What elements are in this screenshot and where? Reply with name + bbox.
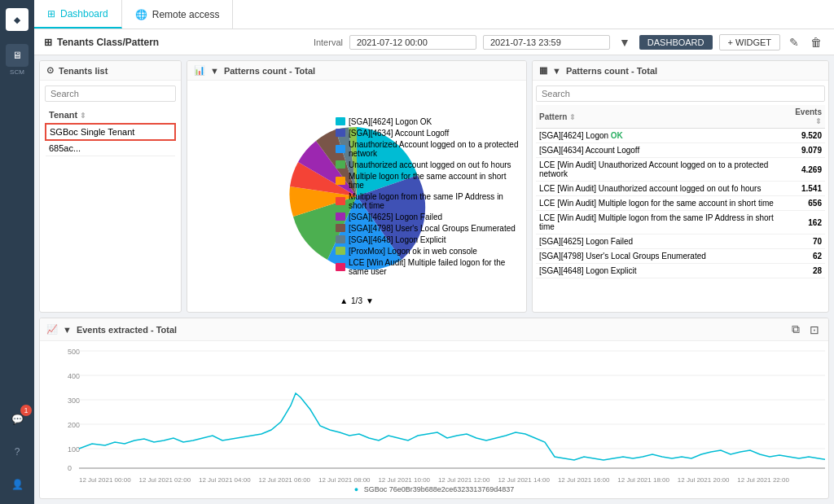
remote-access-tab-icon: 🌐	[135, 9, 147, 20]
tenant-name: 685ac...	[46, 140, 175, 156]
tenants-panel-title: Tenants list	[59, 66, 108, 76]
pie-panel-title: Patterns count - Total	[224, 66, 315, 76]
tenants-panel-header: ⊙ Tenants list	[40, 61, 181, 81]
svg-text:300: 300	[68, 397, 80, 405]
table-row[interactable]: LCE [Win Audit] Unauthorized account log…	[536, 182, 825, 196]
table-row[interactable]: [SGA][4648] Logon Explicit28	[536, 264, 825, 278]
edit-button[interactable]: ✎	[787, 36, 801, 49]
legend-color	[336, 145, 345, 153]
interval-from[interactable]	[349, 35, 476, 50]
chart-icon: 📈	[46, 324, 58, 335]
pattern-col-header: Pattern ⇕	[536, 105, 784, 129]
legend-label: Multiple logon for the same account in s…	[349, 172, 523, 190]
filter-icon-btn[interactable]: ▼	[617, 36, 633, 49]
chart-legend: ● SGBoc 76e0Br39b688e2ce6323313769d4837	[43, 485, 825, 493]
table-row[interactable]: SGBoc Single Tenant	[46, 124, 175, 140]
tenants-search[interactable]	[45, 85, 176, 102]
events-cell: 9.520	[784, 129, 825, 143]
notification-count: 1	[20, 405, 32, 416]
tab-dashboard[interactable]: ⊞ Dashboard	[34, 0, 122, 28]
notification-badge[interactable]: 💬 1	[6, 408, 29, 431]
expand-icon[interactable]: ⊡	[807, 322, 822, 336]
tab-remote-access[interactable]: 🌐 Remote access	[122, 0, 234, 28]
events-cell: 62	[784, 249, 825, 264]
legend-label: [SGA][4798] User's Local Groups Enumerat…	[349, 224, 516, 233]
patterns-panel-content: Pattern ⇕ Events ⇕ [SGA][4624] Logon OK9	[533, 81, 828, 312]
table-row[interactable]: 685ac...	[46, 140, 175, 156]
pattern-cell: LCE [Win Audit] Multiple logon from the …	[536, 211, 784, 234]
filter-icon3: ▼	[63, 325, 72, 335]
pie-chart-panel: 📊 ▼ Patterns count - Total	[187, 60, 527, 313]
svg-text:200: 200	[68, 421, 80, 429]
events-cell: 70	[784, 234, 825, 249]
table-row[interactable]: [SGA][4634] Account Logoff9.079	[536, 143, 825, 158]
dashboard-tab-icon: ⊞	[47, 8, 55, 20]
events-cell: 4.269	[784, 158, 825, 182]
table-row[interactable]: [SGA][4625] Logon Failed70	[536, 234, 825, 249]
list-item: [SGA][4798] User's Local Groups Enumerat…	[336, 224, 523, 233]
svg-text:400: 400	[68, 372, 80, 380]
scm-icon[interactable]: 🖥	[6, 44, 29, 67]
list-item: [SGA][4624] Logon OK	[336, 117, 523, 126]
x-axis-labels: 12 Jul 2021 00:00 12 Jul 2021 02:00 12 J…	[43, 476, 825, 484]
legend-label: [SGA][4634] Account Logoff	[349, 129, 449, 138]
sort-icon: ⇕	[80, 112, 86, 120]
pie-prev[interactable]: ▲	[340, 296, 348, 305]
table-row[interactable]: LCE [Win Audit] Unauthorized Account log…	[536, 158, 825, 182]
dashboard-button[interactable]: DASHBOARD	[639, 35, 713, 50]
pie-panel-content: [SGA][4624] Logon OK [SGA][4634] Account…	[187, 81, 526, 312]
pattern-cell: [SGA][4634] Account Logoff	[536, 143, 784, 158]
legend-color	[336, 117, 345, 125]
legend-label: Unauthorized Account logged on to a prot…	[349, 140, 523, 158]
interval-section: Interval ▼ DASHBOARD + WIDGET ✎ 🗑	[314, 34, 824, 50]
user-icon[interactable]: 👤	[6, 473, 29, 496]
pie-next[interactable]: ▼	[366, 296, 374, 305]
pie-page: 1/3	[351, 296, 362, 305]
patterns-table-icon: ▦	[539, 65, 547, 76]
list-item: [SGA][4648] Logon Explicit	[336, 235, 523, 244]
patterns-search[interactable]	[536, 85, 825, 102]
scm-label: SCM	[10, 68, 24, 76]
table-row[interactable]: [SGA][4798] User's Local Groups Enumerat…	[536, 249, 825, 264]
legend-label: [SGA][4624] Logon OK	[349, 117, 432, 126]
list-item: [SGA][4625] Logon Failed	[336, 213, 523, 221]
delete-button[interactable]: 🗑	[808, 36, 824, 49]
legend-label: Unauthorized account logged on out fo ho…	[349, 160, 511, 169]
tenant-name: SGBoc Single Tenant	[46, 124, 175, 140]
table-row[interactable]: LCE [Win Audit] Multiple logon for the s…	[536, 196, 825, 211]
svg-text:500: 500	[68, 348, 80, 356]
pie-panel-header: 📊 ▼ Patterns count - Total	[187, 61, 526, 81]
legend-color	[336, 177, 345, 185]
sidebar-logo: ◆	[6, 8, 29, 31]
filter-icon2: ▼	[552, 66, 561, 76]
chart-actions: ⧉ ⊡	[789, 322, 822, 336]
pattern-cell: [SGA][4798] User's Local Groups Enumerat…	[536, 249, 784, 264]
breadcrumb: ⊞ Tenants Class/Pattern	[44, 37, 159, 48]
breadcrumb-text: Tenants Class/Pattern	[57, 37, 159, 48]
events-panel-header: 📈 ▼ Events extracted - Total ⧉ ⊡	[40, 318, 828, 341]
events-cell: 162	[784, 211, 825, 234]
list-item: LCE [Win Audit] Multiple failed logon fo…	[336, 258, 523, 276]
pattern-cell: LCE [Win Audit] Unauthorized Account log…	[536, 158, 784, 182]
widget-button[interactable]: + WIDGET	[719, 34, 780, 50]
tenant-table: Tenant ⇕ SGBoc Single Tenant 685ac...	[45, 107, 176, 156]
events-col-header: Events ⇕	[784, 105, 825, 129]
content-area: ⊙ Tenants list Tenant ⇕	[34, 55, 834, 504]
tenants-panel-content: Tenant ⇕ SGBoc Single Tenant 685ac...	[40, 81, 181, 312]
sidebar-item-scm[interactable]: 🖥 SCM	[6, 44, 29, 76]
table-row[interactable]: [SGA][4624] Logon OK9.520	[536, 129, 825, 143]
list-item: Multiple logon for the same account in s…	[336, 172, 523, 190]
events-cell: 28	[784, 264, 825, 278]
table-row[interactable]: LCE [Win Audit] Multiple logon from the …	[536, 211, 825, 234]
pie-legend: [SGA][4624] Logon OK [SGA][4634] Account…	[336, 84, 523, 309]
copy-icon[interactable]: ⧉	[789, 322, 802, 336]
interval-to[interactable]	[483, 35, 610, 50]
legend-color	[336, 224, 345, 232]
tenants-panel-icon: ⊙	[46, 65, 54, 76]
patterns-panel-header: ▦ ▼ Patterns count - Total	[533, 61, 828, 81]
legend-color	[336, 263, 345, 271]
remote-access-tab-label: Remote access	[152, 9, 220, 20]
help-icon[interactable]: ?	[6, 440, 29, 463]
sidebar: ◆ 🖥 SCM 💬 1 ? 👤	[0, 0, 34, 504]
legend-label: Multiple logon from the same IP Address …	[349, 192, 523, 210]
